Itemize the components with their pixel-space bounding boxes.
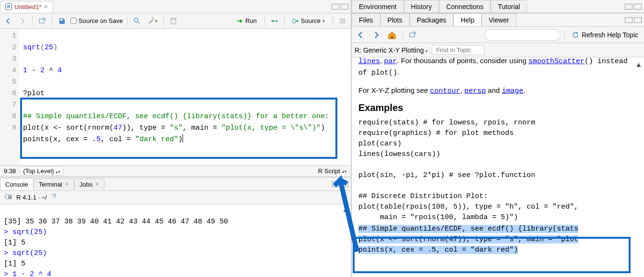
rerun-button[interactable] [269, 15, 280, 27]
tab-environment[interactable]: Environment [352, 0, 404, 13]
source-toolbar: Source on Save ▾ Run [0, 13, 351, 29]
source-on-save-checkbox[interactable]: Source on Save [70, 17, 123, 24]
tab-console[interactable]: Console [0, 178, 34, 190]
source-on-save-input[interactable] [70, 18, 77, 24]
tab-jobs-label: Jobs [80, 181, 92, 188]
source-tab-bar: R Untitled1* ✕ [0, 0, 351, 13]
console-tab-bar: Console Terminal ✕ Jobs ✕ [0, 177, 351, 191]
editor-area[interactable]: 1 2 3 4 5 6 7 8 9 sqrt(25) 1 - 2 ^ 4 ?pl… [0, 29, 351, 165]
help-link-image[interactable]: image [502, 86, 523, 94]
scroll-up-icon[interactable]: ▲ [634, 60, 643, 69]
help-link-persp[interactable]: persp [464, 86, 486, 94]
tab-connections[interactable]: Connections [439, 0, 491, 13]
help-link-contour[interactable]: contour [430, 86, 460, 94]
environment-tab-bar: Environment History Connections Tutorial [352, 0, 644, 13]
outline-icon [339, 17, 346, 25]
minimize-button[interactable] [625, 17, 632, 23]
minimize-button[interactable] [332, 4, 339, 10]
line-gutter: 1 2 3 4 5 6 7 8 9 [0, 29, 19, 165]
tab-tutorial[interactable]: Tutorial [491, 0, 527, 13]
source-tab[interactable]: R Untitled1* ✕ [0, 1, 53, 12]
tab-terminal-label: Terminal [39, 181, 62, 188]
svg-point-2 [134, 18, 138, 22]
dropdown-icon: ▴▾ [56, 169, 60, 174]
tab-console-label: Console [5, 181, 28, 188]
tab-packages[interactable]: Packages [410, 13, 453, 26]
tab-help[interactable]: Help [453, 13, 482, 26]
r-version-label: R 4.1.1 · ~/ [16, 194, 47, 201]
wand-icon [148, 17, 155, 25]
find-button[interactable] [131, 15, 143, 27]
tab-viewer[interactable]: Viewer [482, 13, 517, 26]
help-back-button[interactable] [355, 29, 367, 41]
tab-history[interactable]: History [404, 0, 439, 13]
tab-jobs[interactable]: Jobs ✕ [74, 178, 104, 190]
close-icon[interactable]: ✕ [44, 4, 48, 10]
help-title: R: Generic X-Y Plotting [355, 46, 424, 54]
help-forward-button[interactable] [370, 29, 382, 41]
rerun-icon [271, 17, 278, 25]
help-title-dropdown[interactable]: R: Generic X-Y Plotting ▾ [355, 46, 428, 54]
outline-button[interactable] [337, 15, 348, 27]
cursor-position: 9:38 [4, 167, 16, 175]
popout-icon [38, 17, 46, 25]
scope-selector[interactable]: (Top Level) ▴▾ [20, 166, 64, 176]
tab-terminal[interactable]: Terminal ✕ [34, 178, 74, 190]
run-button[interactable]: Run [233, 16, 261, 26]
help-body[interactable]: lines, par. For thousands of points, con… [352, 57, 644, 277]
notebook-icon [170, 17, 177, 25]
r-file-icon: R [5, 3, 12, 10]
source-on-save-label: Source on Save [79, 17, 123, 24]
close-icon[interactable]: ✕ [65, 181, 69, 188]
tab-files[interactable]: Files [352, 13, 380, 26]
examples-heading: Examples [358, 102, 637, 113]
help-home-button[interactable] [385, 29, 399, 41]
code-tools-button[interactable]: ▾ [146, 15, 160, 27]
help-header-bar: R: Generic X-Y Plotting ▾ [352, 43, 644, 57]
help-search-input[interactable] [484, 29, 561, 41]
source-arrow-icon [292, 18, 299, 24]
help-toolbar: Refresh Help Topic [352, 27, 644, 43]
popout-console-icon[interactable] [50, 193, 57, 201]
close-icon[interactable]: ✕ [95, 181, 99, 188]
scope-label: (Top Level) [23, 167, 54, 175]
help-link-lines[interactable]: lines [358, 57, 380, 65]
find-in-topic-input[interactable] [432, 45, 484, 55]
source-status-bar: 9:38 (Top Level) ▴▾ R Script ▴▾ [0, 165, 351, 177]
source-button[interactable]: Source ▾ [288, 16, 329, 26]
save-button[interactable] [56, 15, 68, 27]
arrow-left-icon [4, 17, 12, 25]
svg-rect-13 [410, 33, 414, 37]
help-search-wrapper [484, 29, 561, 41]
tab-plots[interactable]: Plots [380, 13, 410, 26]
refresh-button[interactable]: Refresh Help Topic [569, 30, 641, 40]
console-content[interactable]: [35] 35 36 37 38 39 40 41 42 43 44 45 46… [0, 204, 351, 277]
compile-button[interactable] [168, 15, 179, 27]
help-popout-button[interactable] [407, 29, 418, 41]
maximize-button[interactable] [634, 4, 642, 10]
back-button[interactable] [2, 15, 14, 27]
home-icon [387, 30, 397, 40]
source-label: Source [301, 17, 321, 24]
maximize-button[interactable] [341, 4, 348, 10]
arrow-right-icon [19, 17, 26, 25]
annotation-arrow [326, 166, 364, 261]
help-example-code[interactable]: require(stats) # for lowess, rpois, rnor… [358, 118, 637, 223]
magnifier-icon [133, 17, 141, 25]
code-content[interactable]: sqrt(25) 1 - 2 ^ 4 ?plot ## Simple quant… [19, 29, 351, 165]
svg-rect-1 [60, 19, 63, 21]
env-window-controls [625, 4, 644, 10]
dropdown-icon: ▾ [426, 49, 428, 54]
help-link-smoothscatter[interactable]: smoothScatter [529, 57, 585, 65]
run-arrow-icon [237, 18, 243, 24]
minimize-button[interactable] [625, 4, 632, 10]
show-in-new-window-button[interactable] [36, 15, 48, 27]
svg-rect-3 [171, 18, 176, 24]
dropdown-icon: ▾ [322, 19, 325, 23]
source-window-controls [332, 4, 351, 10]
dropdown-icon: ▾ [155, 19, 158, 23]
maximize-button[interactable] [634, 17, 642, 23]
help-link-par[interactable]: par [384, 57, 397, 65]
help-example-selected[interactable]: ## Simple quantiles/ECDF, see ecdf() {li… [358, 224, 637, 255]
forward-button[interactable] [17, 15, 28, 27]
